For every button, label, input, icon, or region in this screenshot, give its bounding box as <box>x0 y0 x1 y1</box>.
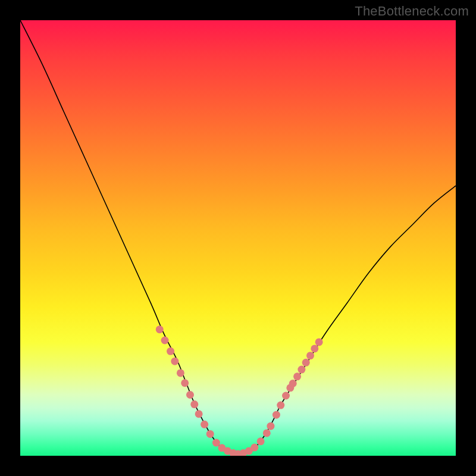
data-marker <box>161 337 169 345</box>
data-marker <box>282 392 290 399</box>
data-marker <box>289 380 297 387</box>
data-marker <box>181 379 189 387</box>
data-marker <box>311 345 318 352</box>
chart-frame: TheBottleneck.com <box>0 0 476 476</box>
data-marker <box>293 372 301 380</box>
data-marker <box>156 325 164 333</box>
data-marker <box>267 422 274 430</box>
data-marker <box>171 358 178 365</box>
data-marker <box>315 338 323 346</box>
bottleneck-curve <box>20 20 456 455</box>
curve-layer <box>20 20 456 456</box>
data-marker <box>273 411 280 419</box>
data-marker <box>212 439 220 447</box>
data-marker <box>186 391 194 399</box>
data-marker <box>277 402 284 409</box>
data-marker <box>263 429 271 437</box>
data-marker <box>306 352 314 359</box>
data-marker <box>167 347 174 355</box>
plot-area <box>20 20 456 456</box>
data-marker <box>190 400 198 408</box>
marker-group <box>156 325 323 456</box>
data-marker <box>195 410 203 418</box>
data-marker <box>250 444 258 452</box>
attribution-label: TheBottleneck.com <box>355 4 469 19</box>
data-marker <box>298 366 305 374</box>
data-marker <box>257 437 265 445</box>
data-marker <box>177 369 184 377</box>
data-marker <box>206 430 214 438</box>
data-marker <box>302 359 310 367</box>
data-marker <box>201 421 208 428</box>
